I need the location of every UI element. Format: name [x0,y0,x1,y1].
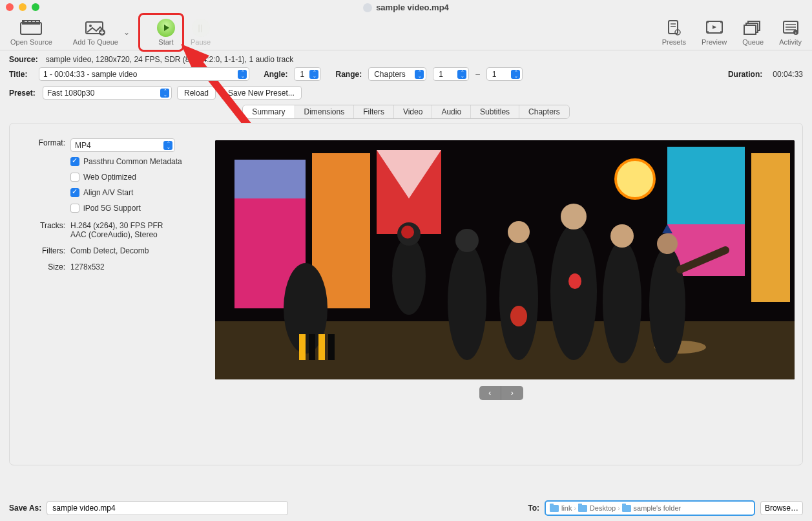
preset-select[interactable]: Fast 1080p30 [43,86,172,100]
film-icon [20,19,42,37]
tab-summary[interactable]: Summary [243,105,295,118]
video-preview-frame [215,140,795,379]
range-from-select[interactable]: 1 [433,67,469,81]
title-label: Title: [9,70,32,79]
svg-point-57 [603,240,641,363]
play-icon [157,19,175,37]
presets-button[interactable]: Presets [654,15,694,50]
save-as-input[interactable] [47,501,287,515]
size-value: 1278x532 [70,262,207,271]
main-tabs: Summary Dimensions Filters Video Audio S… [242,105,570,119]
folder-icon [550,505,559,512]
open-source-label: Open Source [10,38,52,46]
preview-button[interactable]: Preview [694,15,734,50]
size-label: Size: [20,262,70,271]
svg-point-59 [649,247,685,363]
destination-path[interactable]: link › Desktop › sample's folder [545,500,755,516]
pause-icon [192,19,210,37]
window-title-text: sample video.mp4 [376,3,449,12]
preview-next-button[interactable]: › [501,386,523,400]
folder-icon [622,505,631,512]
preview-icon [705,19,724,37]
folder-icon [578,505,587,512]
svg-point-18 [707,31,709,32]
stack-icon [744,19,763,37]
duration-value: 00:04:33 [773,70,803,79]
window-title: sample video.mp4 [0,3,812,12]
document-proxy-icon [363,3,372,12]
ipod-5g-checkbox[interactable] [70,204,79,213]
source-value: sample video, 1280x720, 24 FPS, SDR (8-b… [46,55,294,64]
range-mode-select[interactable]: Chapters [368,67,426,81]
reload-button[interactable]: Reload [177,86,216,100]
svg-point-50 [455,229,479,252]
passthru-checkbox[interactable] [70,157,79,166]
preview-prev-button[interactable]: ‹ [479,386,502,400]
svg-point-55 [561,204,587,229]
source-label: Source: [9,55,38,64]
svg-point-52 [508,221,530,243]
filters-value: Comb Detect, Decomb [70,246,207,255]
tab-chapters[interactable]: Chapters [519,105,569,118]
angle-select[interactable]: 1 [294,67,321,81]
tab-video[interactable]: Video [394,105,432,118]
web-optimized-checkbox[interactable] [70,173,79,182]
format-label: Format: [20,138,70,152]
start-label: Start [158,38,173,46]
svg-point-49 [448,244,486,360]
svg-rect-62 [299,334,306,360]
svg-point-46 [392,237,426,315]
queue-button[interactable]: Queue [734,15,771,50]
summary-panel: Format: MP4 Passthru Common Metadata Web… [9,123,803,465]
svg-text:i: i [795,31,796,35]
chevron-down-icon[interactable]: ⌄ [121,28,132,37]
range-label: Range: [335,70,362,79]
svg-rect-64 [318,334,325,360]
tab-subtitles[interactable]: Subtitles [471,105,519,118]
pause-label: Pause [191,38,211,46]
angle-label: Angle: [264,70,287,79]
tab-filters[interactable]: Filters [354,105,394,118]
svg-point-60 [657,233,678,254]
toolbar: Open Source Add To Queue ⌄ Start Pause [0,14,812,50]
tab-dimensions[interactable]: Dimensions [295,105,355,118]
pause-button: Pause [183,15,218,50]
format-select[interactable]: MP4 [70,138,175,152]
svg-rect-34 [234,160,306,198]
svg-rect-40 [751,153,790,302]
svg-marker-16 [713,25,716,29]
preview-area: ‹ › [215,140,787,400]
preset-label: Preset: [9,89,37,98]
image-plus-icon[interactable] [85,19,107,37]
start-button[interactable]: Start [149,15,183,50]
title-select[interactable]: 1 - 00:04:33 - sample video [39,67,249,81]
svg-point-54 [550,224,597,360]
svg-rect-63 [309,334,315,360]
tracks-line2: AAC (CoreAudio), Stereo [70,230,207,239]
svg-point-56 [568,273,581,289]
svg-point-17 [707,22,709,23]
add-to-queue-label: Add To Queue [73,38,118,46]
tracks-label: Tracks: [20,221,70,239]
save-new-preset-button[interactable]: Save New Preset... [221,86,302,100]
svg-point-48 [401,226,414,239]
range-to-select[interactable]: 1 [486,67,523,81]
preview-nav: ‹ › [479,386,523,400]
activity-button[interactable]: i Activity [771,15,809,50]
document-gear-icon [666,19,682,37]
svg-point-58 [610,224,634,248]
svg-point-51 [499,237,538,360]
svg-rect-11 [669,21,678,34]
filters-label: Filters: [20,246,70,255]
duration-label: Duration: [728,70,762,79]
tab-audio[interactable]: Audio [432,105,471,118]
svg-rect-23 [744,25,756,34]
titlebar: sample video.mp4 [0,0,812,14]
tracks-line1: H.264 (x264), 30 FPS PFR [70,221,207,230]
to-label: To: [528,504,539,513]
align-av-checkbox[interactable] [70,188,79,197]
browse-button[interactable]: Browse… [760,501,803,515]
save-as-label: Save As: [9,504,41,513]
open-source-button[interactable]: Open Source [3,15,60,50]
svg-point-7 [89,25,92,27]
